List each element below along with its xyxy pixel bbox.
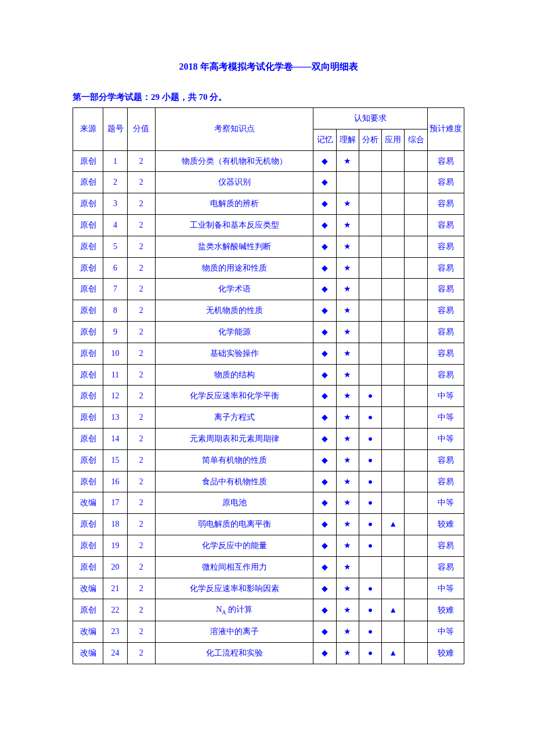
cell-score: 2 <box>127 621 155 643</box>
cell-score: 2 <box>127 279 155 300</box>
cell-memory: ◆ <box>313 172 336 193</box>
cell-score: 2 <box>127 514 155 535</box>
cell-analyze <box>359 364 381 386</box>
table-row: 原创122化学反应速率和化学平衡◆★●中等 <box>73 386 464 407</box>
cell-source: 原创 <box>73 150 103 172</box>
cell-synth <box>405 386 427 407</box>
cell-number: 10 <box>103 343 127 364</box>
cell-analyze: ● <box>359 535 381 556</box>
cell-number: 17 <box>103 492 127 514</box>
cell-synth <box>405 492 427 514</box>
cell-topic: 基础实验操作 <box>155 343 313 364</box>
cell-difficulty: 容易 <box>427 364 464 386</box>
cell-analyze: ● <box>359 621 381 643</box>
cell-analyze <box>359 236 381 257</box>
cell-understand: ★ <box>336 471 359 492</box>
cell-score: 2 <box>127 321 155 343</box>
cell-memory: ◆ <box>313 300 336 322</box>
cell-synth <box>405 321 427 343</box>
cell-understand: ★ <box>336 578 359 599</box>
cell-topic: 化学反应速率和影响因素 <box>155 578 313 599</box>
cell-number: 12 <box>103 386 127 407</box>
cell-understand: ★ <box>336 386 359 407</box>
table-row: 原创92化学能源◆★容易 <box>73 321 464 343</box>
table-row: 原创132离子方程式◆★●中等 <box>73 407 464 429</box>
table-row: 原创182弱电解质的电离平衡◆★●▲较难 <box>73 514 464 535</box>
cell-topic: 食品中有机物性质 <box>155 471 313 492</box>
cell-analyze: ● <box>359 578 381 599</box>
table-row: 改编242化工流程和实验◆★●▲较难 <box>73 642 464 664</box>
cell-apply <box>382 578 405 599</box>
cell-memory: ◆ <box>313 514 336 535</box>
cell-difficulty: 容易 <box>427 300 464 322</box>
cell-analyze <box>359 150 381 172</box>
cell-score: 2 <box>127 257 155 279</box>
cell-memory: ◆ <box>313 386 336 407</box>
cell-understand: ★ <box>336 300 359 322</box>
cell-score: 2 <box>127 343 155 364</box>
cell-difficulty: 容易 <box>427 257 464 279</box>
cell-difficulty: 中等 <box>427 492 464 514</box>
cell-understand: ★ <box>336 364 359 386</box>
cell-score: 2 <box>127 386 155 407</box>
cell-number: 2 <box>103 172 127 193</box>
cell-topic: 物质分类（有机物和无机物） <box>155 150 313 172</box>
table-row: 原创52盐类水解酸碱性判断◆★容易 <box>73 236 464 257</box>
cell-synth <box>405 214 427 236</box>
cell-synth <box>405 257 427 279</box>
cell-understand: ★ <box>336 236 359 257</box>
cell-apply <box>382 428 405 449</box>
cell-memory: ◆ <box>313 364 336 386</box>
cell-source: 原创 <box>73 172 103 193</box>
cell-number: 6 <box>103 257 127 279</box>
cell-number: 21 <box>103 578 127 599</box>
cell-number: 5 <box>103 236 127 257</box>
th-number: 题号 <box>103 108 127 151</box>
cell-memory: ◆ <box>313 642 336 664</box>
table-row: 改编172原电池◆★●中等 <box>73 492 464 514</box>
cell-apply: ▲ <box>382 514 405 535</box>
table-row: 原创202微粒间相互作用力◆★容易 <box>73 556 464 578</box>
cell-synth <box>405 236 427 257</box>
cell-apply <box>382 321 405 343</box>
cell-synth <box>405 150 427 172</box>
cell-score: 2 <box>127 300 155 322</box>
cell-memory: ◆ <box>313 257 336 279</box>
cell-number: 14 <box>103 428 127 449</box>
cell-difficulty: 容易 <box>427 193 464 215</box>
cell-apply: ▲ <box>382 642 405 664</box>
th-topic: 考察知识点 <box>155 108 313 151</box>
cell-score: 2 <box>127 364 155 386</box>
cell-apply <box>382 300 405 322</box>
cell-number: 23 <box>103 621 127 643</box>
cell-analyze <box>359 257 381 279</box>
cell-understand: ★ <box>336 535 359 556</box>
cell-analyze: ● <box>359 599 381 621</box>
cell-difficulty: 中等 <box>427 621 464 643</box>
cell-understand: ★ <box>336 449 359 471</box>
cell-synth <box>405 193 427 215</box>
cell-topic: 化学术语 <box>155 279 313 300</box>
cell-topic: 化学反应速率和化学平衡 <box>155 386 313 407</box>
cell-apply <box>382 150 405 172</box>
cell-difficulty: 较难 <box>427 514 464 535</box>
cell-topic: 无机物质的性质 <box>155 300 313 322</box>
table-row: 原创32电解质的辨析◆★容易 <box>73 193 464 215</box>
cell-source: 原创 <box>73 214 103 236</box>
cell-source: 原创 <box>73 279 103 300</box>
cell-topic: 电解质的辨析 <box>155 193 313 215</box>
cell-score: 2 <box>127 172 155 193</box>
table-row: 改编212化学反应速率和影响因素◆★●中等 <box>73 578 464 599</box>
cell-analyze <box>359 556 381 578</box>
cell-analyze: ● <box>359 386 381 407</box>
cell-understand: ★ <box>336 321 359 343</box>
cell-topic: 弱电解质的电离平衡 <box>155 514 313 535</box>
table-row: 原创12物质分类（有机物和无机物）◆★容易 <box>73 150 464 172</box>
cell-analyze <box>359 214 381 236</box>
cell-analyze <box>359 300 381 322</box>
cell-source: 原创 <box>73 257 103 279</box>
cell-topic: 化学能源 <box>155 321 313 343</box>
cell-source: 原创 <box>73 300 103 322</box>
cell-apply <box>382 535 405 556</box>
cell-source: 原创 <box>73 386 103 407</box>
